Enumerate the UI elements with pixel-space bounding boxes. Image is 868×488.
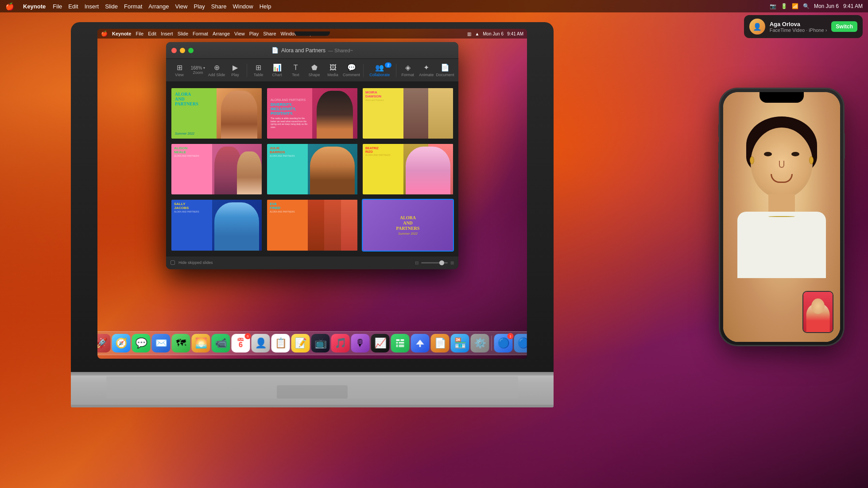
laptop-apple-icon[interactable]: 🍎 bbox=[101, 31, 108, 37]
slide-thumb-4[interactable]: ALISONNEALE ALORA AND PARTNERS bbox=[170, 143, 263, 195]
play-icon: ▶ bbox=[232, 63, 238, 72]
slide-thumb-1[interactable]: ALORAANDPARTNERS Summer 2022 1 bbox=[170, 87, 263, 139]
window-maximize-button[interactable] bbox=[188, 48, 194, 53]
zoom-out-icon: ⊟ bbox=[415, 260, 418, 265]
camera-icon: 📷 bbox=[770, 3, 776, 9]
menu-view[interactable]: View bbox=[175, 3, 188, 10]
toolbar-animate-button[interactable]: ✦ Animate bbox=[418, 62, 435, 79]
media-icon: 🖼 bbox=[329, 64, 337, 72]
menu-slide[interactable]: Slide bbox=[105, 3, 118, 10]
slide-6-person bbox=[406, 147, 450, 195]
toolbar-format-button[interactable]: ◈ Format bbox=[399, 62, 417, 79]
slide-1-inner: ALORAANDPARTNERS Summer 2022 bbox=[171, 88, 262, 139]
window-title: 📄 Alora and Partners — Shared~ bbox=[271, 47, 353, 54]
toolbar-play-button[interactable]: ▶ Play bbox=[226, 62, 244, 79]
laptop-trackpad[interactable] bbox=[277, 385, 348, 399]
laptop-menu-arrange[interactable]: Arrange bbox=[213, 31, 230, 36]
dock-app-appstore[interactable]: 🏪 bbox=[451, 334, 469, 352]
iphone-volume-down-button[interactable] bbox=[718, 168, 720, 190]
dock-app-notes[interactable]: 📝 bbox=[291, 334, 310, 352]
laptop-menu-edit[interactable]: Edit bbox=[148, 31, 156, 36]
menu-help[interactable]: Help bbox=[260, 3, 271, 10]
slide-3-inner: MOIRADAWSON Alora and Partners bbox=[363, 88, 453, 139]
slide-5-person bbox=[310, 147, 355, 195]
slide-thumb-3[interactable]: MOIRADAWSON Alora and Partners bbox=[362, 87, 454, 139]
slide-9-title: ALORAANDPARTNERS bbox=[396, 215, 420, 231]
time-display: Mon Jun 6 9:41 AM bbox=[814, 3, 863, 9]
menu-play[interactable]: Play bbox=[194, 3, 205, 10]
toolbar-comment-button[interactable]: 💬 Comment bbox=[343, 62, 360, 79]
laptop-menu-slide[interactable]: Slide bbox=[178, 31, 188, 36]
toolbar-collaborate-button[interactable]: 2 👥 Collaborate bbox=[366, 62, 393, 79]
dock-app-pages[interactable]: 📄 bbox=[431, 334, 450, 352]
toolbar-table-button[interactable]: ⊞ Table bbox=[250, 62, 267, 79]
iphone-power-button[interactable] bbox=[844, 133, 845, 159]
toolbar-add-slide-button[interactable]: ⊕ Add Slide bbox=[208, 62, 225, 79]
laptop-menu-file[interactable]: File bbox=[136, 31, 143, 36]
apple-logo-icon[interactable]: 🍎 bbox=[5, 2, 14, 11]
laptop-menu-view[interactable]: View bbox=[234, 31, 245, 36]
menu-insert[interactable]: Insert bbox=[85, 3, 99, 10]
slide-thumb-9[interactable]: ALORAANDPARTNERS Summer 2022 9 bbox=[362, 199, 454, 251]
chart-label: Chart bbox=[272, 73, 282, 77]
dock-app-calendar[interactable]: JUN 6 6 bbox=[232, 334, 250, 352]
menu-file[interactable]: File bbox=[53, 3, 62, 10]
dock-app-numbers[interactable] bbox=[391, 334, 410, 352]
search-icon[interactable]: 🔍 bbox=[803, 3, 810, 9]
menu-share[interactable]: Share bbox=[211, 3, 227, 10]
dock-app-stocks[interactable]: 📈 bbox=[371, 334, 390, 352]
laptop-menu-share[interactable]: Share bbox=[263, 31, 276, 36]
dock-separator bbox=[492, 336, 492, 351]
slide-9-content: ALORAANDPARTNERS Summer 2022 bbox=[363, 200, 453, 250]
slide-4-person-2 bbox=[237, 151, 262, 194]
menu-format[interactable]: Format bbox=[124, 3, 142, 10]
document-name: Alora and Partners bbox=[281, 47, 326, 54]
toolbar-view-button[interactable]: ⊞ View bbox=[170, 62, 188, 79]
toolbar-shape-button[interactable]: ⬟ Shape bbox=[306, 62, 323, 79]
dock-app-safari[interactable]: 🧭 bbox=[112, 334, 131, 352]
dock-app-messages[interactable]: 💬 bbox=[132, 334, 151, 352]
facetime-switch-button[interactable]: Switch bbox=[831, 21, 857, 32]
toolbar-document-button[interactable]: 📄 Document bbox=[436, 62, 454, 79]
menu-arrange[interactable]: Arrange bbox=[148, 3, 169, 10]
iphone-mute-button[interactable] bbox=[718, 124, 720, 137]
dock-app-photos[interactable]: 🌅 bbox=[192, 334, 210, 352]
toolbar-chart-button[interactable]: 📊 Chart bbox=[268, 62, 286, 79]
laptop-time: Mon Jun 6 9:41 AM bbox=[483, 31, 523, 36]
slide-7-subtitle: ALORA AND PARTNERS bbox=[174, 210, 209, 213]
slide-6-subtitle: ALORA AND PARTNERS bbox=[365, 154, 401, 156]
dock-app-maps[interactable]: 🗺 bbox=[172, 334, 190, 352]
menu-window[interactable]: Window bbox=[232, 3, 253, 10]
window-close-button[interactable] bbox=[171, 48, 177, 53]
dock-app-sysext[interactable]: 🔵 1 bbox=[494, 334, 513, 352]
window-minimize-button[interactable] bbox=[180, 48, 185, 53]
dock-app-finder2[interactable]: 🔵 bbox=[514, 334, 527, 352]
slide-thumb-2[interactable]: ALORA AND PARTNERS DIVERSITY,INCLUSIVITY… bbox=[266, 87, 358, 139]
dock-app-sysprefs[interactable]: ⚙️ bbox=[471, 334, 489, 352]
toolbar-separator-1 bbox=[247, 64, 247, 77]
dock-app-facetime[interactable]: 📹 bbox=[212, 334, 230, 352]
dock-app-music[interactable]: 🎵 bbox=[331, 334, 350, 352]
laptop-menu-format[interactable]: Format bbox=[193, 31, 208, 36]
hide-skipped-checkbox[interactable] bbox=[170, 260, 175, 265]
slide-thumb-8[interactable]: EVAFRIED ALORA AND PARTNERS bbox=[266, 199, 358, 251]
toolbar-text-button[interactable]: T Text bbox=[287, 62, 305, 79]
dock-app-launchpad[interactable]: 🚀 bbox=[97, 334, 111, 352]
dock-app-reminders[interactable]: 📋 bbox=[271, 334, 290, 352]
menu-edit[interactable]: Edit bbox=[68, 3, 78, 10]
zoom-slider[interactable] bbox=[421, 262, 448, 263]
menubar-right: 📷 🔋 📶 🔍 Mon Jun 6 9:41 AM bbox=[770, 3, 863, 9]
slide-thumb-5[interactable]: JULIEBARROS ALORA AND PARTNERS 5 bbox=[266, 143, 358, 195]
dock-app-contacts[interactable]: 👤 bbox=[252, 334, 270, 352]
toolbar-media-button[interactable]: 🖼 Media bbox=[324, 62, 342, 79]
dock-app-tv[interactable]: 📺 bbox=[311, 334, 330, 352]
dock-app-podcasts[interactable]: 🎙 bbox=[351, 334, 370, 352]
iphone-volume-up-button[interactable] bbox=[718, 142, 720, 164]
dock-app-mail[interactable]: ✉️ bbox=[152, 334, 170, 352]
slide-thumb-7[interactable]: SALLYJACOBS ALORA AND PARTNERS 7 bbox=[170, 199, 263, 251]
laptop-menu-play[interactable]: Play bbox=[249, 31, 259, 36]
toolbar-zoom-button[interactable]: 168% ▾ Zoom bbox=[189, 64, 207, 77]
dock-app-keynote[interactable] bbox=[411, 334, 430, 352]
laptop-menu-insert[interactable]: Insert bbox=[161, 31, 173, 36]
slide-thumb-6[interactable]: BEATRIZRIZO ALORA AND PARTNERS bbox=[362, 143, 454, 195]
